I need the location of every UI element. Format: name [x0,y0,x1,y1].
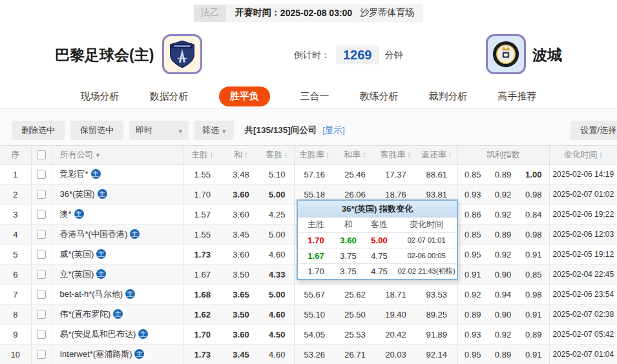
chevron-down-icon [222,126,226,136]
row-number: 6 [0,265,31,285]
odds-value: 1.67 [183,265,222,285]
delete-selected-button[interactable]: 删除选中 [12,121,65,140]
main-company-badge-icon: 主 [74,209,84,219]
header-home-pct[interactable]: 主胜率 [294,146,335,165]
percentage-value: 53.26 [294,345,335,364]
company-name[interactable]: 威*(英国) [60,249,94,259]
percentage-value: 25.53 [335,325,375,345]
nav-tab[interactable]: 教练分析 [360,86,399,106]
row-checkbox[interactable] [37,330,46,339]
row-checkbox[interactable] [37,290,46,299]
kelly-value: 0.84 [518,205,549,225]
table-row: 7bet-at-h*(马尔他)主1.683.655.0055.6725.6218… [0,285,617,305]
show-link[interactable]: [显示] [322,125,345,136]
kelly-value: 0.90 [488,265,518,285]
popup-change-time: 02-06 00:05 [396,248,457,263]
popup-history-row: 1.703.605.0002-07 01:01 [298,232,457,248]
row-number: 7 [0,285,31,305]
nav-tab[interactable]: 三合一 [300,86,329,106]
row-number: 4 [0,225,31,245]
company-cell: 伟*(直布罗陀)主 [52,305,183,325]
filter-dropdown[interactable]: 筛选 [194,121,234,140]
company-name[interactable]: 伟*(直布罗陀) [60,309,111,319]
main-company-badge-icon: 主 [96,269,106,279]
checkbox-cell [31,245,52,265]
select-all-checkbox[interactable] [37,150,46,159]
percentage-value: 20.42 [375,325,416,345]
company-name[interactable]: 易*(安提瓜和巴布达) [60,329,136,339]
row-number: 1 [0,165,31,185]
company-name[interactable]: 香港马*(中国香港) [60,229,128,239]
percentage-value: 57.16 [294,165,335,185]
header-home-odds[interactable]: 主胜 [183,146,222,165]
instant-dropdown[interactable]: 即时 [129,121,189,140]
row-checkbox[interactable] [37,310,46,319]
kelly-value: 0.89 [488,165,518,185]
header-company[interactable]: 所有公司 [52,146,183,165]
company-name[interactable]: 竞彩官* [60,169,89,179]
nav-tab[interactable]: 胜平负 [219,86,270,106]
kelly-value: 0.98 [518,225,549,245]
kelly-value: 0.89 [457,305,488,325]
row-checkbox[interactable] [37,190,46,199]
checkbox-cell [31,285,52,305]
main-company-badge-icon: 主 [98,189,107,199]
header-change-time[interactable]: 变化时间 [549,146,617,165]
row-checkbox[interactable] [37,210,46,219]
odds-value: 3.60 [222,185,260,205]
odds-value: 1.68 [183,285,222,305]
percentage-value: 26.71 [335,345,375,364]
odds-value: 1.70 [183,325,222,345]
nav-tab[interactable]: 裁判分析 [429,86,468,106]
countdown-label: 倒计时： [294,49,330,61]
percentage-value: 91.89 [416,325,457,345]
change-time: 2025-02-05 19:12 [549,245,617,265]
sort-asc-icon [406,150,412,159]
kelly-value: 0.91 [518,345,549,364]
row-checkbox[interactable] [37,170,46,179]
chevron-down-icon [94,150,100,159]
header-draw-pct[interactable]: 和率 [335,146,375,165]
nav-tab[interactable]: 现场分析 [81,86,120,106]
settings-select-button[interactable]: 设置/选择 [570,121,617,140]
kelly-value: 0.85 [518,265,549,285]
popup-history-row: 1.673.754.7502-06 00:05 [298,248,457,263]
header-company-label: 所有公司 [60,150,94,159]
kelly-value: 0.85 [457,225,488,245]
sort-asc-icon [283,150,289,159]
row-checkbox[interactable] [37,270,46,279]
row-checkbox[interactable] [37,230,46,239]
kelly-value: 0.94 [488,285,518,305]
main-company-badge-icon: 主 [134,349,144,359]
header-away-odds[interactable]: 客胜 [260,146,294,165]
keep-selected-button[interactable]: 保留选中 [70,121,123,140]
percentage-value: 19.40 [375,305,416,325]
percentage-value: 88.61 [416,165,457,185]
header-away-pct[interactable]: 客胜率 [375,146,416,165]
company-cell: 香港马*(中国香港)主 [52,225,183,245]
kelly-value: 0.92 [457,285,488,305]
company-name[interactable]: bet-at-h*(马尔他) [60,289,123,299]
company-name[interactable]: 36*(英国) [60,189,95,199]
percentage-value: 89.25 [416,305,457,325]
filter-dropdown-value: 筛选 [202,125,219,136]
row-number: 2 [0,185,31,205]
odds-value: 4.50 [260,325,294,345]
company-name[interactable]: Interwet*(塞浦路斯) [60,349,132,359]
header-return-rate[interactable]: 返还率 [416,146,457,165]
odds-value: 4.33 [260,265,294,285]
popup-header-time: 变化时间 [396,217,457,232]
kelly-value: 0.98 [518,185,549,205]
header-draw-odds[interactable]: 和 [222,146,260,165]
company-name[interactable]: 立*(英国) [60,269,94,279]
nav-tab[interactable]: 数据分析 [150,86,189,106]
nav-tab[interactable]: 高手推荐 [498,86,537,106]
kickoff-time: 2025-02-08 03:00 [280,8,352,18]
row-checkbox[interactable] [37,250,46,259]
table-row: 9易*(安提瓜和巴布达)主1.703.604.5054.0525.5320.42… [0,325,617,345]
company-name[interactable]: 澳* [60,209,72,219]
change-time: 2025-02-06 12:03 [549,225,617,245]
row-checkbox[interactable] [37,350,46,359]
company-cell: 澳*主 [52,205,183,225]
home-team-name: 巴黎足球会(主) [55,45,154,65]
